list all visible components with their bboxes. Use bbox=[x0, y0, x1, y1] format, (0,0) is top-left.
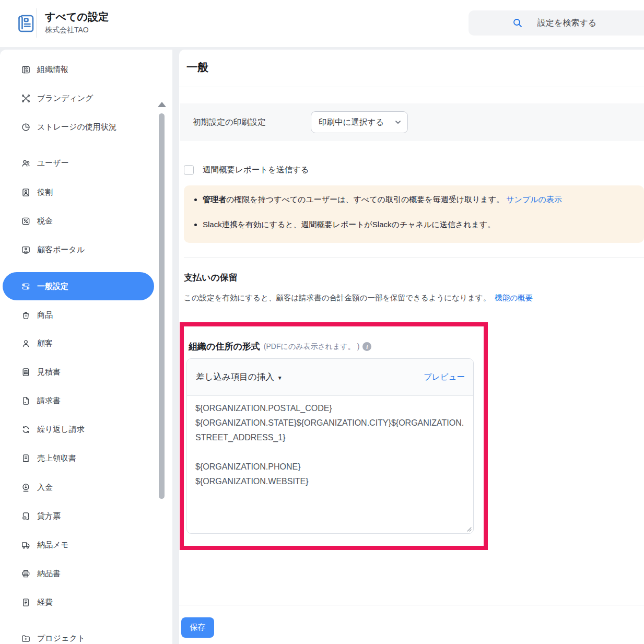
sidebar-item-label: 顧客 bbox=[37, 338, 53, 348]
sidebar-item-expenses[interactable]: 経費 bbox=[3, 588, 154, 616]
sidebar-item-payments[interactable]: 入金 bbox=[3, 473, 154, 501]
caret-down-icon: ▼ bbox=[277, 375, 283, 381]
sample-view-link[interactable]: サンプルの表示 bbox=[506, 195, 562, 204]
sidebar-item-organization[interactable]: 組織情報 bbox=[3, 55, 154, 84]
sidebar-item-label: ストレージの使用状況 bbox=[37, 122, 116, 132]
chevron-down-icon bbox=[394, 119, 402, 126]
sidebar-item-recurring-invoices[interactable]: 繰り返し請求 bbox=[3, 415, 154, 443]
sidebar-item-storage-usage[interactable]: ストレージの使用状況 bbox=[3, 113, 154, 141]
customer-portal-icon bbox=[21, 245, 31, 255]
organization-name: 株式会社TAO bbox=[45, 26, 89, 35]
estimates-icon bbox=[21, 367, 31, 377]
sidebar-item-items[interactable]: 商品 bbox=[3, 301, 154, 329]
payment-hold-title: 支払いの保留 bbox=[184, 272, 238, 284]
credit-notes-icon bbox=[21, 511, 31, 521]
weekly-report-checkbox[interactable] bbox=[184, 165, 194, 175]
sidebar-item-label: ユーザー bbox=[37, 158, 69, 168]
header-divider bbox=[36, 8, 37, 38]
print-setting-label: 初期設定の印刷設定 bbox=[193, 117, 266, 128]
sidebar-item-label: 売上領収書 bbox=[37, 453, 76, 463]
roles-icon bbox=[21, 188, 31, 197]
address-format-editor: ${ORGANIZATION.POSTAL_CODE} ${ORGANIZATI… bbox=[187, 396, 473, 533]
section-divider bbox=[184, 257, 644, 257]
sidebar-item-customers[interactable]: 顧客 bbox=[3, 329, 154, 357]
sidebar-item-label: 入金 bbox=[37, 483, 53, 493]
print-setting-dropdown[interactable]: 印刷中に選択する bbox=[311, 111, 408, 133]
bullet-2-text: Slack連携を有効にすると、週間概要レポートがSlackのチャネルに送信されま… bbox=[203, 219, 495, 230]
bullet-dot bbox=[194, 198, 197, 201]
scrollbar-up-arrow[interactable] bbox=[158, 102, 166, 107]
sidebar-item-taxes[interactable]: 税金 bbox=[3, 207, 154, 235]
settings-search[interactable] bbox=[469, 10, 644, 36]
sidebar-item-label: 貸方票 bbox=[37, 511, 61, 521]
sidebar-item-roles[interactable]: 役割 bbox=[3, 178, 154, 206]
sidebar-item-invoices[interactable]: 請求書 bbox=[3, 387, 154, 415]
projects-icon bbox=[21, 634, 31, 643]
info-icon[interactable]: i bbox=[362, 342, 371, 351]
general-settings-icon bbox=[21, 282, 31, 291]
sidebar-item-label: 顧客ポータル bbox=[37, 245, 85, 255]
recurring-invoices-icon bbox=[21, 425, 31, 435]
taxes-icon bbox=[21, 216, 31, 226]
top-header: すべての設定 株式会社TAO bbox=[0, 0, 644, 47]
address-format-header: 組織の住所の形式 (PDFにのみ表示されます。 ) i bbox=[189, 341, 371, 353]
notice-bullet-1: 管理者の権限を持つすべてのユーザーは、すべての取引の概要を毎週受け取ります。 サ… bbox=[194, 194, 562, 205]
search-input[interactable] bbox=[537, 18, 605, 28]
sidebar-item-delivery-slip[interactable]: 納品書 bbox=[3, 559, 154, 588]
insert-merge-field-button[interactable]: 差し込み項目の挿入▼ bbox=[196, 371, 283, 383]
sidebar-item-estimates[interactable]: 見積書 bbox=[3, 358, 154, 386]
weekly-report-label: 週間概要レポートを送信する bbox=[203, 165, 309, 175]
sidebar-item-label: 一般設定 bbox=[37, 282, 68, 291]
sidebar-item-users[interactable]: ユーザー bbox=[3, 149, 154, 177]
vertical-scrollbar-thumb[interactable] bbox=[159, 113, 165, 499]
weekly-report-row: 週間概要レポートを送信する bbox=[184, 165, 309, 175]
annotation-highlight-box: 組織の住所の形式 (PDFにのみ表示されます。 ) i 差し込み項目の挿入▼ プ… bbox=[180, 322, 488, 550]
delivery-slip-icon bbox=[21, 569, 31, 579]
bullet-dot bbox=[194, 224, 197, 226]
sidebar-item-label: 見積書 bbox=[37, 367, 61, 377]
sales-receipts-icon bbox=[21, 453, 31, 463]
section-title: 一般 bbox=[186, 60, 208, 75]
notice-bullet-2: Slack連携を有効にすると、週間概要レポートがSlackのチャネルに送信されま… bbox=[194, 219, 495, 230]
items-icon bbox=[21, 310, 31, 320]
settings-sidebar: 組織情報 ブランディング ストレージの使用状況 ユーザー 役割 税金 顧客ポータ… bbox=[0, 50, 172, 644]
footer-bar: 保存 bbox=[179, 605, 644, 644]
users-icon bbox=[21, 158, 31, 168]
sidebar-item-delivery-notes[interactable]: 納品メモ bbox=[3, 531, 154, 559]
sidebar-item-label: 請求書 bbox=[37, 396, 61, 406]
sidebar-item-customer-portal[interactable]: 顧客ポータル bbox=[3, 236, 154, 264]
sidebar-item-sales-receipts[interactable]: 売上領収書 bbox=[3, 444, 154, 472]
section-header: 一般 bbox=[179, 50, 644, 87]
sidebar-item-general-settings[interactable]: 一般設定 bbox=[3, 272, 154, 300]
sidebar-item-label: 役割 bbox=[37, 188, 53, 197]
address-format-title: 組織の住所の形式 bbox=[189, 341, 260, 353]
delivery-notes-icon bbox=[21, 540, 31, 550]
feature-overview-link[interactable]: 機能の概要 bbox=[495, 294, 533, 302]
sidebar-item-label: 繰り返し請求 bbox=[37, 425, 85, 435]
sidebar-item-label: 税金 bbox=[37, 216, 53, 226]
page-header-title: すべての設定 bbox=[45, 10, 109, 24]
search-icon bbox=[512, 18, 523, 28]
sidebar-item-label: 組織情報 bbox=[37, 65, 68, 75]
bullet-1-text: 管理者の権限を持つすべてのユーザーは、すべての取引の概要を毎週受け取ります。 サ… bbox=[203, 194, 562, 205]
merge-field-panel: 差し込み項目の挿入▼ プレビュー ${ORGANIZATION.POSTAL_C… bbox=[186, 358, 474, 534]
save-button[interactable]: 保存 bbox=[181, 617, 214, 638]
expenses-icon bbox=[21, 598, 31, 607]
preview-link[interactable]: プレビュー bbox=[424, 372, 465, 383]
sidebar-item-label: プロジェクト bbox=[37, 634, 85, 643]
general-settings-panel: 一般 初期設定の印刷設定 印刷中に選択する 週間概要レポートを送信する 管理者の… bbox=[179, 50, 644, 644]
sidebar-item-label: 納品書 bbox=[37, 569, 61, 579]
sidebar-item-label: 商品 bbox=[37, 310, 53, 320]
sidebar-item-branding[interactable]: ブランディング bbox=[3, 84, 154, 112]
storage-usage-icon bbox=[21, 122, 31, 132]
address-format-textarea[interactable]: ${ORGANIZATION.POSTAL_CODE} ${ORGANIZATI… bbox=[187, 396, 473, 533]
sidebar-item-label: ブランディング bbox=[37, 93, 93, 103]
payments-icon bbox=[21, 483, 31, 493]
address-format-subtitle: (PDFにのみ表示されます。 ) bbox=[264, 342, 360, 352]
sidebar-item-credit-notes[interactable]: 貸方票 bbox=[3, 502, 154, 530]
sidebar-item-projects[interactable]: プロジェクト bbox=[3, 624, 154, 644]
dropdown-selected-value: 印刷中に選択する bbox=[319, 117, 384, 128]
customers-icon bbox=[21, 338, 31, 348]
payment-hold-description: この設定を有効にすると、顧客は請求書の合計金額の一部を保留できるようになります。… bbox=[184, 293, 533, 303]
resize-handle-icon[interactable] bbox=[465, 525, 472, 532]
